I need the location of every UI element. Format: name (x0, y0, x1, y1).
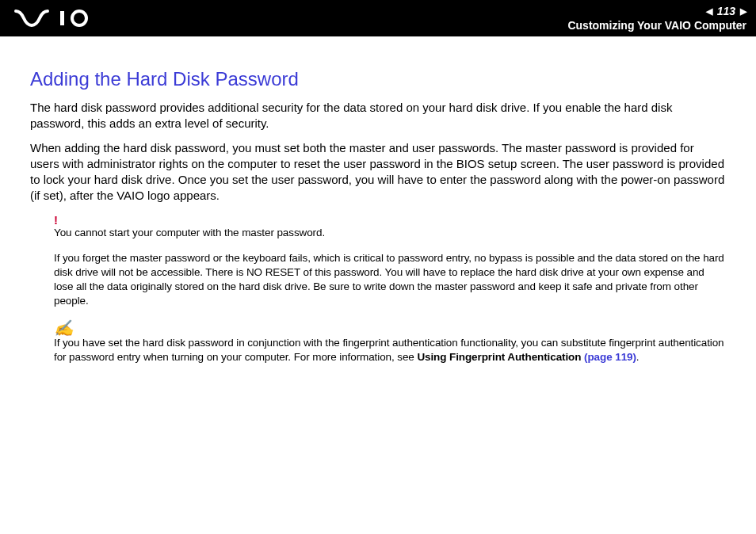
warning-block: ! You cannot start your computer with th… (54, 214, 726, 365)
page-header: ◀ 113 ▶ Customizing Your VAIO Computer (0, 0, 756, 36)
tip-icon: ✍ (54, 320, 726, 336)
intro-paragraph-2: When adding the hard disk password, you … (30, 140, 726, 204)
header-right: ◀ 113 ▶ Customizing Your VAIO Computer (567, 5, 746, 32)
tip-bold: Using Fingerprint Authentication (417, 351, 584, 363)
svg-rect-0 (60, 11, 64, 25)
page-navigation: ◀ 113 ▶ (706, 5, 746, 17)
svg-point-1 (72, 11, 86, 25)
intro-paragraph-1: The hard disk password provides addition… (30, 100, 726, 132)
breadcrumb: Customizing Your VAIO Computer (567, 19, 746, 32)
warning-icon: ! (54, 214, 726, 226)
page-title: Adding the Hard Disk Password (30, 68, 726, 90)
vaio-logo (14, 10, 101, 27)
page-number: 113 (717, 5, 735, 17)
tip-suffix: . (636, 351, 640, 363)
warning-line-1: You cannot start your computer with the … (54, 226, 726, 240)
warning-line-2: If you forget the master password or the… (54, 251, 726, 309)
tip-link[interactable]: (page 119) (584, 351, 636, 363)
tip-text: If you have set the hard disk password i… (54, 336, 726, 364)
page-content: Adding the Hard Disk Password The hard d… (0, 36, 756, 364)
prev-page-arrow[interactable]: ◀ (706, 6, 712, 17)
next-page-arrow[interactable]: ▶ (740, 6, 746, 17)
